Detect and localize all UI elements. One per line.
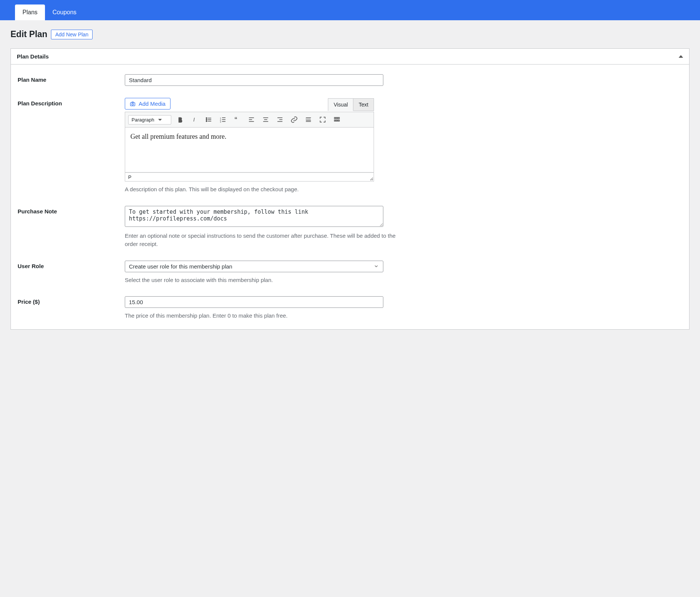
price-input[interactable] — [125, 296, 383, 308]
svg-point-6 — [206, 121, 207, 122]
fullscreen-button[interactable] — [317, 114, 328, 125]
plan-details-panel: Plan Details Plan Name Plan Description … — [10, 48, 690, 330]
editor-content-area[interactable]: Get all premium features and more. — [125, 128, 374, 172]
user-role-helper: Select the user role to associate with t… — [125, 276, 410, 285]
page-header: Edit Plan Add New Plan — [0, 20, 700, 44]
add-new-plan-button[interactable]: Add New Plan — [51, 30, 93, 39]
numbered-list-button[interactable]: 123 — [218, 114, 228, 125]
label-price: Price ($) — [18, 296, 119, 320]
blockquote-button[interactable]: “ — [232, 114, 242, 125]
svg-text:3: 3 — [220, 121, 221, 123]
svg-text:B: B — [178, 117, 182, 123]
label-plan-description: Plan Description — [18, 98, 119, 194]
page-title: Edit Plan — [10, 29, 47, 39]
bullet-list-button[interactable] — [203, 114, 214, 125]
insert-more-button[interactable] — [303, 114, 314, 125]
editor-mode-tabs: Visual Text — [328, 98, 374, 111]
editor-status-bar: P — [125, 172, 374, 182]
panel-title: Plan Details — [17, 53, 49, 60]
editor-element-path: P — [128, 174, 132, 180]
label-user-role: User Role — [18, 261, 119, 285]
svg-rect-35 — [338, 120, 339, 121]
panel-body: Plan Name Plan Description Add Media Vis… — [11, 64, 689, 329]
row-plan-description: Plan Description Add Media Visual Text P… — [11, 86, 689, 194]
row-plan-name: Plan Name — [11, 68, 689, 86]
add-media-label: Add Media — [139, 100, 166, 107]
svg-text:“: “ — [234, 116, 237, 123]
editor-toolbar: Paragraph B I 123 “ — [125, 112, 374, 128]
resize-handle-icon[interactable] — [369, 177, 373, 180]
bold-button[interactable]: B — [175, 114, 185, 125]
row-price: Price ($) The price of this membership p… — [11, 284, 689, 320]
link-button[interactable] — [289, 114, 299, 125]
rich-text-editor: Visual Text Paragraph B I 123 “ — [125, 112, 374, 182]
label-purchase-note: Purchase Note — [18, 206, 119, 249]
price-helper: The price of this membership plan. Enter… — [125, 312, 410, 320]
svg-point-5 — [206, 119, 207, 120]
align-right-button[interactable] — [275, 114, 285, 125]
chevron-down-icon — [158, 119, 162, 121]
svg-point-4 — [206, 118, 207, 119]
format-dropdown-label: Paragraph — [132, 117, 154, 123]
format-dropdown[interactable]: Paragraph — [128, 115, 171, 124]
svg-rect-33 — [334, 120, 335, 121]
align-left-button[interactable] — [246, 114, 257, 125]
svg-rect-32 — [338, 117, 339, 118]
svg-rect-0 — [130, 102, 135, 106]
svg-rect-30 — [334, 117, 335, 118]
panel-collapse-icon[interactable] — [679, 55, 683, 58]
plan-description-helper: A description of this plan. This will be… — [125, 185, 410, 194]
editor-tab-text[interactable]: Text — [353, 98, 374, 111]
svg-point-1 — [132, 103, 134, 105]
top-nav-bar: Plans Coupons — [0, 0, 700, 20]
svg-rect-31 — [336, 117, 337, 118]
plan-name-input[interactable] — [125, 74, 383, 86]
toolbar-toggle-button[interactable] — [332, 114, 342, 125]
italic-button[interactable]: I — [189, 114, 200, 125]
add-media-button[interactable]: Add Media — [125, 98, 171, 110]
row-purchase-note: Purchase Note Enter an optional note or … — [11, 194, 689, 249]
camera-icon — [130, 101, 136, 107]
label-plan-name: Plan Name — [18, 74, 119, 86]
purchase-note-textarea[interactable] — [125, 206, 383, 227]
panel-header[interactable]: Plan Details — [11, 49, 689, 64]
svg-rect-34 — [336, 120, 337, 121]
tab-coupons[interactable]: Coupons — [45, 4, 84, 20]
tab-plans[interactable]: Plans — [15, 4, 45, 20]
svg-text:I: I — [193, 117, 194, 123]
align-center-button[interactable] — [260, 114, 271, 125]
row-user-role: User Role Create user role for this memb… — [11, 249, 689, 285]
purchase-note-helper: Enter an optional note or special instru… — [125, 232, 410, 249]
user-role-select[interactable]: Create user role for this membership pla… — [125, 261, 383, 272]
editor-tab-visual[interactable]: Visual — [328, 98, 353, 111]
